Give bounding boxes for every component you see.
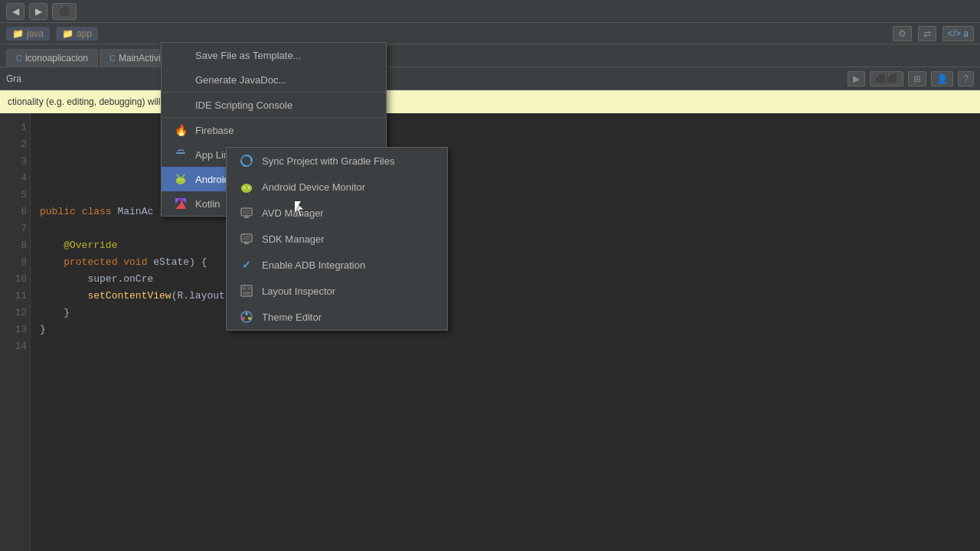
submenu-item-sdk-manager[interactable]: SDK Manager xyxy=(227,226,447,252)
svg-point-19 xyxy=(246,214,247,216)
menu-item-kotlin-label: Kotlin xyxy=(195,198,220,210)
dropdown-overlay: Save File as Template... Generate JavaDo… xyxy=(0,0,980,551)
menu-item-firebase-label: Firebase xyxy=(195,125,234,136)
submenu-item-layout-inspector-label: Layout Inspector xyxy=(262,285,335,297)
submenu-item-theme-editor[interactable]: Theme Editor xyxy=(227,304,447,330)
layout-inspector-icon xyxy=(239,283,254,298)
submenu-item-enable-adb-label: Enable ADB Integration xyxy=(262,259,365,271)
menu-item-ide-scripting[interactable]: IDE Scripting Console xyxy=(162,92,386,117)
save-file-icon xyxy=(174,48,188,62)
svg-point-30 xyxy=(242,317,245,320)
android-submenu: Sync Project with Gradle Files Android D… xyxy=(226,147,448,331)
menu-item-firebase[interactable]: 🔥 Firebase xyxy=(162,117,386,142)
firebase-icon: 🔥 xyxy=(174,123,188,137)
device-monitor-icon xyxy=(239,179,254,194)
svg-point-4 xyxy=(182,179,184,181)
ide-scripting-icon xyxy=(174,98,188,112)
menu-item-generate-javadoc[interactable]: Generate JavaDoc... xyxy=(162,67,386,92)
submenu-item-theme-editor-label: Theme Editor xyxy=(262,311,322,323)
svg-rect-22 xyxy=(244,243,249,244)
svg-point-3 xyxy=(178,179,180,181)
svg-line-6 xyxy=(183,174,185,177)
submenu-item-device-monitor[interactable]: Android Device Monitor xyxy=(227,174,447,200)
android-icon xyxy=(174,172,188,186)
svg-rect-25 xyxy=(247,287,250,290)
svg-rect-18 xyxy=(244,217,249,218)
submenu-item-device-monitor-label: Android Device Monitor xyxy=(262,181,365,193)
submenu-item-sdk-manager-label: SDK Manager xyxy=(262,233,325,245)
menu-item-ide-scripting-label: IDE Scripting Console xyxy=(195,99,292,111)
svg-point-15 xyxy=(248,187,250,188)
kotlin-icon xyxy=(174,197,188,210)
menu-item-generate-javadoc-label: Generate JavaDoc... xyxy=(195,74,286,86)
avd-manager-icon xyxy=(239,205,254,220)
submenu-item-avd-manager[interactable]: AVD Manager xyxy=(227,200,447,226)
submenu-item-enable-adb[interactable]: ✓ Enable ADB Integration xyxy=(227,252,447,278)
sync-gradle-icon xyxy=(239,153,254,168)
svg-point-29 xyxy=(248,317,251,320)
svg-rect-24 xyxy=(243,287,246,290)
svg-rect-0 xyxy=(176,152,185,154)
menu-item-android-label: Android xyxy=(195,174,230,185)
sdk-manager-icon xyxy=(239,231,254,246)
generate-javadoc-icon xyxy=(174,73,188,86)
svg-rect-2 xyxy=(176,179,185,182)
submenu-item-avd-manager-label: AVD Manager xyxy=(262,207,324,219)
submenu-item-sync-gradle[interactable]: Sync Project with Gradle Files xyxy=(227,148,447,174)
menu-item-save-file[interactable]: Save File as Template... xyxy=(162,43,386,67)
submenu-item-layout-inspector[interactable]: Layout Inspector xyxy=(227,278,447,304)
theme-editor-icon xyxy=(239,309,254,324)
svg-rect-21 xyxy=(243,236,250,240)
svg-point-28 xyxy=(245,312,248,315)
svg-point-14 xyxy=(243,187,245,188)
app-links-icon xyxy=(174,148,188,161)
svg-marker-7 xyxy=(175,198,181,204)
enable-adb-icon: ✓ xyxy=(239,257,254,272)
submenu-item-sync-gradle-label: Sync Project with Gradle Files xyxy=(262,155,394,167)
svg-rect-26 xyxy=(243,292,250,295)
svg-line-5 xyxy=(177,174,178,177)
svg-rect-13 xyxy=(241,187,252,190)
svg-rect-17 xyxy=(243,210,250,214)
menu-item-save-file-label: Save File as Template... xyxy=(195,50,302,61)
